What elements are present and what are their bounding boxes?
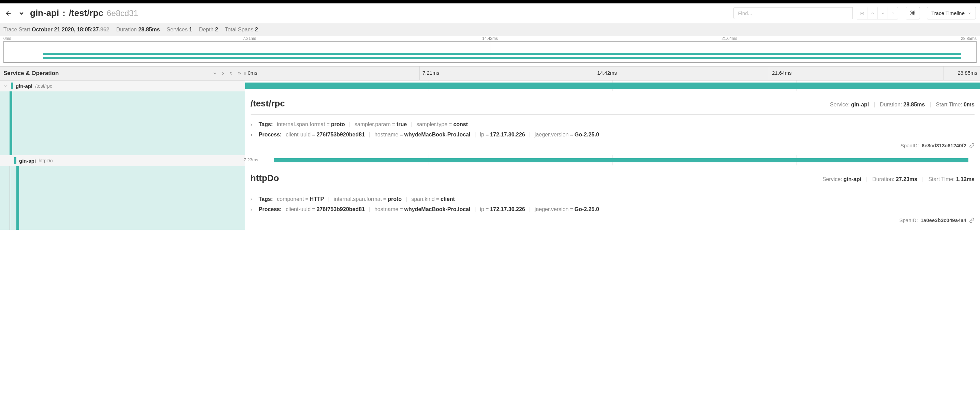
svg-point-1	[860, 11, 864, 15]
tag-key: sampler.param	[355, 121, 391, 127]
summary-label: Depth	[199, 27, 214, 32]
summary-label: Services	[167, 27, 188, 32]
view-selector[interactable]: Trace Timeline	[927, 7, 976, 19]
find-next-icon[interactable]	[877, 7, 888, 19]
kv-label: Tags:	[259, 121, 273, 127]
find-locate-icon[interactable]	[857, 7, 867, 19]
svg-point-0	[861, 13, 863, 14]
meta-value: 27.23ms	[896, 177, 917, 183]
proc-key: client-uuid	[286, 132, 311, 138]
summary-label: Total Spans	[225, 27, 254, 32]
collapse-all-icon[interactable]	[229, 71, 234, 76]
process-row[interactable]: › Process: client-uuid = 276f753b920bed8…	[251, 204, 975, 215]
view-label: Trace Timeline	[931, 10, 965, 16]
span-bar[interactable]	[274, 158, 969, 162]
tag-value: const	[453, 121, 468, 127]
minimap-span-bar	[43, 57, 961, 59]
proc-key: client-uuid	[286, 206, 311, 213]
tick-label: 0ms	[3, 36, 243, 41]
collapse-one-icon[interactable]	[212, 71, 217, 76]
find-input[interactable]	[733, 7, 853, 19]
chevron-right-icon: ›	[251, 121, 255, 127]
meta-label: Start Time:	[936, 102, 962, 108]
trace-minimap[interactable]	[3, 41, 977, 63]
expand-all-icon[interactable]	[237, 71, 242, 76]
find-clear-icon[interactable]	[888, 7, 898, 19]
span-service: gin-api	[16, 83, 32, 89]
chevron-right-icon: ›	[251, 132, 255, 138]
spanid-label: SpanID:	[899, 217, 918, 223]
span-row[interactable]: gin-api httpDo 7.23ms	[0, 155, 980, 166]
detail-title: httpDo	[251, 173, 822, 183]
proc-key: ip	[480, 132, 484, 138]
expand-one-icon[interactable]	[221, 71, 225, 76]
summary-label: Trace Start	[3, 27, 30, 32]
proc-key: jaeger.version	[535, 132, 569, 138]
proc-value: 276f753b920bed81	[317, 132, 364, 138]
span-service: gin-api	[19, 158, 36, 164]
service-operation-header: Service & Operation	[3, 70, 210, 77]
meta-label: Start Time:	[928, 177, 955, 183]
span-operation: /test/rpc	[35, 83, 52, 89]
tag-value: HTTP	[310, 196, 324, 202]
proc-value: Go-2.25.0	[574, 132, 599, 138]
link-icon[interactable]	[969, 218, 975, 223]
tick-label: 7.21ms	[419, 67, 594, 80]
kv-label: Tags:	[259, 196, 273, 202]
span-bar[interactable]	[245, 83, 980, 87]
proc-value: whydeMacBook-Pro.local	[404, 132, 471, 138]
kv-label: Process:	[259, 132, 282, 138]
tick-label: 21.64ms	[722, 36, 961, 41]
spanid-value: 6e8cd313c61240f2	[922, 143, 966, 148]
column-resize-handle[interactable]	[245, 67, 246, 80]
meta-value: 1.12ms	[956, 177, 975, 183]
span-id-row: SpanID: 6e8cd313c61240f2	[251, 140, 975, 151]
column-headers: Service & Operation 0ms 7.21ms 14.42ms 2…	[0, 66, 980, 81]
window-chrome	[0, 0, 980, 3]
proc-value: 172.17.30.226	[490, 132, 525, 138]
meta-value: 28.85ms	[903, 102, 925, 108]
service-color-bar	[11, 83, 13, 89]
meta-label: Duration:	[872, 177, 894, 183]
spanid-label: SpanID:	[900, 143, 919, 148]
meta-value: 0ms	[964, 102, 975, 108]
service-color-bar	[14, 157, 16, 164]
chevron-down-icon[interactable]	[3, 84, 8, 88]
trace-header: gin-api: /test/rpc 6e8cd31 ⌘ Trace Timel…	[0, 3, 980, 23]
chevron-down-icon[interactable]	[17, 9, 26, 18]
meta-value: gin-api	[843, 177, 861, 183]
span-detail: httpDo Service: gin-api | Duration: 27.2…	[0, 166, 980, 230]
proc-value: whydeMacBook-Pro.local	[404, 206, 471, 213]
proc-key: ip	[480, 206, 484, 213]
find-controls	[857, 7, 898, 19]
tick-label: 28.85ms	[943, 67, 980, 80]
detail-indent	[0, 91, 245, 155]
chevron-right-icon: ›	[251, 206, 255, 213]
kv-label: Process:	[259, 206, 282, 213]
meta-label: Service:	[830, 102, 850, 108]
process-row[interactable]: › Process: client-uuid = 276f753b920bed8…	[251, 130, 975, 140]
proc-value: 172.17.30.226	[490, 206, 525, 213]
summary-value: 2	[255, 27, 258, 32]
tags-row[interactable]: › Tags: component = HTTP| internal.span.…	[251, 194, 975, 204]
chevron-down-icon	[967, 11, 972, 15]
span-row[interactable]: gin-api /test/rpc	[0, 81, 980, 91]
tag-value: client	[441, 196, 455, 202]
tag-key: sampler.type	[416, 121, 447, 127]
proc-value: 276f753b920bed81	[317, 206, 364, 213]
back-icon[interactable]	[4, 9, 13, 18]
tag-key: internal.span.format	[334, 196, 382, 202]
keyboard-shortcut-icon[interactable]: ⌘	[906, 7, 920, 19]
find-prev-icon[interactable]	[867, 7, 877, 19]
tag-value: proto	[388, 196, 402, 202]
link-icon[interactable]	[969, 143, 975, 148]
span-detail: /test/rpc Service: gin-api | Duration: 2…	[0, 91, 980, 155]
meta-label: Service:	[822, 177, 842, 183]
span-id-row: SpanID: 1a0ee3b3c049a4a4	[251, 215, 975, 226]
tags-row[interactable]: › Tags: internal.span.format = proto| sa…	[251, 119, 975, 130]
tag-key: span.kind	[411, 196, 435, 202]
proc-key: hostname	[374, 206, 398, 213]
tag-key: component	[277, 196, 304, 202]
tag-value: true	[396, 121, 407, 127]
tag-value: proto	[331, 121, 345, 127]
